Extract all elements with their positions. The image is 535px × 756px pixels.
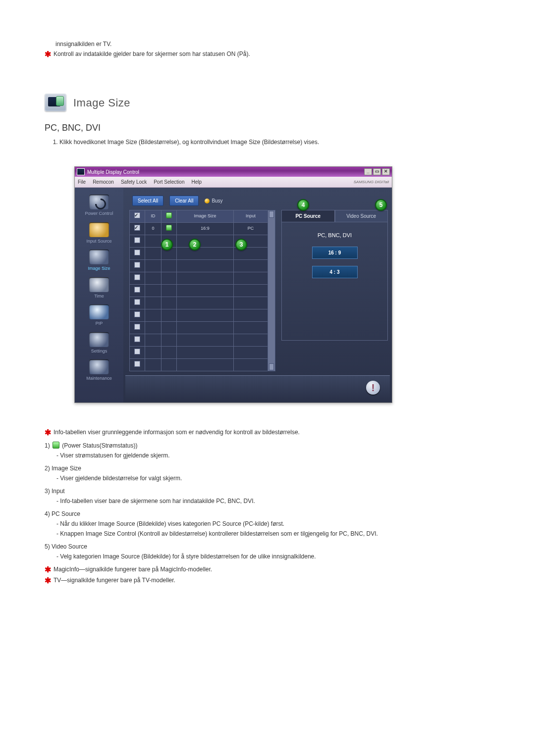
col-id: ID [145, 210, 161, 223]
explain-item-4: 4) PC Source - Når du klikker Image Sour… [45, 509, 490, 538]
window-title: Multiple Display Control [87, 168, 139, 176]
star-icon: ✱ [45, 565, 54, 574]
table-row [130, 334, 268, 347]
col-input: Input [234, 210, 268, 223]
busy-indicator: Busy [205, 197, 222, 204]
marker-5: 5 [375, 199, 387, 211]
explain-item-3: 3) Input - Info-tabellen viser bare de s… [45, 487, 490, 505]
input-source-icon [89, 222, 109, 237]
settings-icon [89, 332, 109, 347]
status-bar: ! [125, 375, 390, 401]
section-title: Image Size [73, 95, 130, 111]
status-on-icon [166, 225, 172, 231]
minimize-button[interactable]: _ [364, 168, 372, 175]
maintenance-icon [89, 359, 109, 374]
marker-1: 1 [161, 239, 173, 251]
display-table: ID Image Size Input 0 16:9 [129, 210, 268, 371]
explain-item-5: 5) Video Source - Velg kategorien Image … [45, 542, 490, 561]
sidebar-item-maintenance[interactable]: Maintenance [80, 359, 118, 382]
menu-safety-lock[interactable]: Safety Lock [121, 178, 147, 186]
main-area: Select All Clear All Busy ID [123, 188, 392, 403]
menu-help[interactable]: Help [191, 178, 202, 186]
sidebar: Power Control Input Source Image Size Ti… [75, 188, 123, 403]
col-status [161, 210, 177, 223]
star-icon: ✱ [45, 576, 54, 585]
intro-line: innsignalkilden er TV. [55, 40, 490, 49]
menu-file[interactable]: File [78, 178, 86, 186]
power-status-icon [53, 442, 59, 449]
pip-icon [89, 304, 109, 319]
close-button[interactable]: ✕ [382, 168, 390, 175]
explain-item-2: 2) Image Size - Viser gjeldende bildestø… [45, 464, 490, 483]
table-row [130, 322, 268, 334]
brand-label: SAMSUNG DIGITall [354, 179, 389, 185]
row-checkbox[interactable] [134, 225, 140, 231]
menu-port-selection[interactable]: Port Selection [154, 178, 184, 186]
explain-star-1: ✱ Info-tabellen viser grunnleggende info… [45, 428, 490, 437]
titlebar: Multiple Display Control _ ▭ ✕ [75, 167, 392, 177]
info-icon: ! [366, 381, 380, 395]
table-row [130, 285, 268, 297]
marker-3: 3 [235, 239, 247, 251]
section-icon [45, 94, 66, 111]
option-4-3[interactable]: 4 : 3 [312, 266, 358, 278]
time-icon [89, 277, 109, 292]
tab-pc-source[interactable]: PC Source [281, 210, 335, 222]
option-16-9[interactable]: 16 : 9 [312, 247, 358, 259]
table-row [130, 359, 268, 371]
table-row [130, 347, 268, 359]
sidebar-item-input-source[interactable]: Input Source [80, 222, 118, 245]
image-size-icon [89, 250, 109, 264]
busy-dot-icon [205, 199, 210, 203]
star-icon: ✱ [45, 50, 54, 59]
maximize-button[interactable]: ▭ [373, 168, 381, 175]
select-all-button[interactable]: Select All [132, 196, 163, 206]
sidebar-item-image-size[interactable]: Image Size [80, 250, 118, 272]
subtitle: PC, BNC, DVI [45, 121, 490, 135]
col-image-size: Image Size [177, 210, 234, 223]
clear-all-button[interactable]: Clear All [169, 196, 199, 206]
right-panel: 4 5 PC Source Video Source PC, BNC, DVI … [275, 210, 390, 371]
sidebar-item-pip[interactable]: PIP [80, 304, 118, 327]
explain-star-2: ✱ MagicInfo—signalkilde fungerer bare på… [45, 565, 490, 574]
table-row[interactable]: 0 16:9 PC [130, 223, 268, 235]
app-window: Multiple Display Control _ ▭ ✕ File Remo… [74, 166, 392, 403]
table-row [130, 260, 268, 272]
table-row [130, 272, 268, 285]
col-check [130, 210, 145, 223]
power-icon [89, 195, 109, 209]
sidebar-item-power-control[interactable]: Power Control [80, 195, 118, 217]
intro-star-note: ✱ Kontroll av indatakilde gjelder bare f… [45, 50, 490, 59]
sidebar-item-time[interactable]: Time [80, 277, 118, 300]
marker-2: 2 [189, 239, 201, 251]
tab-video-source[interactable]: Video Source [335, 210, 388, 222]
step-1: Klikk hovedikonet Image Size (Bildestørr… [59, 138, 490, 147]
table-row [130, 309, 268, 322]
marker-4: 4 [297, 199, 309, 211]
window-icon [77, 168, 85, 175]
menubar: File Remocon Safety Lock Port Selection … [75, 177, 392, 188]
table-scrollbar[interactable] [268, 210, 275, 371]
star-icon: ✱ [45, 428, 54, 437]
table-row [130, 248, 268, 260]
menu-remocon[interactable]: Remocon [93, 178, 114, 186]
explain-item-1: 1) (Power Status(Strømstatus)) - Viser s… [45, 441, 490, 460]
explain-star-3: ✱ TV—signalkilde fungerer bare på TV-mod… [45, 576, 490, 585]
sidebar-item-settings[interactable]: Settings [80, 332, 118, 355]
table-row [130, 297, 268, 309]
source-group-label: PC, BNC, DVI [318, 231, 352, 240]
